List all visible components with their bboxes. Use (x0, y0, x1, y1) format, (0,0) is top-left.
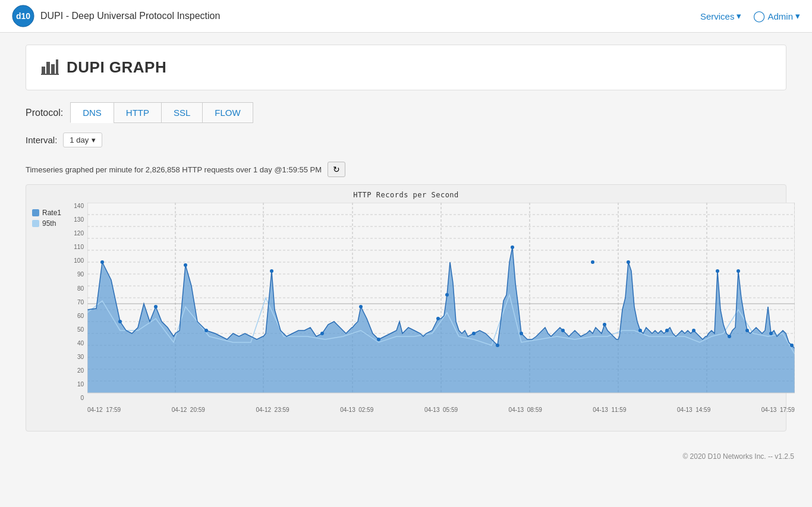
protocol-row: Protocol: DNS HTTP SSL FLOW (26, 102, 786, 123)
svg-point-39 (627, 260, 630, 264)
navbar-right: Services ▾ ◯ Admin ▾ (700, 10, 800, 23)
svg-point-58 (769, 332, 773, 335)
y-label-30: 30 (68, 354, 86, 360)
svg-rect-3 (46, 62, 50, 74)
y-label-140: 140 (68, 203, 86, 209)
svg-point-40 (716, 269, 719, 273)
svg-point-42 (118, 320, 122, 323)
x-label-3: 04-13 02:59 (340, 407, 373, 413)
services-menu[interactable]: Services ▾ (700, 11, 742, 21)
svg-rect-5 (56, 59, 58, 74)
y-label-90: 90 (68, 271, 86, 278)
brand-name: DUPI - Deep Universal Protocol Inspectio… (40, 11, 220, 21)
svg-point-54 (665, 329, 669, 332)
tab-http[interactable]: HTTP (114, 102, 161, 123)
chart-title: HTTP Records per Second (32, 191, 780, 199)
y-label-50: 50 (68, 326, 86, 333)
svg-point-33 (184, 263, 187, 267)
x-label-8: 04-13 17:59 (761, 407, 795, 413)
svg-point-48 (472, 332, 476, 335)
tab-flow[interactable]: FLOW (202, 102, 253, 123)
chart-legend: Rate1 95th (32, 203, 65, 413)
svg-rect-2 (42, 67, 45, 74)
graph-icon (40, 56, 59, 79)
x-label-2: 04-12 23:59 (256, 407, 289, 413)
x-label-7: 04-13 14:59 (677, 407, 710, 413)
brand: d10 DUPI - Deep Universal Protocol Inspe… (12, 5, 220, 27)
svg-point-49 (496, 344, 499, 347)
legend-color-95th (32, 220, 39, 227)
chart-xaxis: 04-12 17:59 04-12 20:59 04-12 23:59 04-1… (87, 407, 795, 413)
svg-point-46 (377, 338, 380, 341)
x-label-4: 04-13 05:59 (424, 407, 458, 413)
svg-point-34 (270, 269, 273, 273)
svg-point-45 (320, 332, 324, 335)
x-label-6: 04-13 11:59 (593, 407, 626, 413)
svg-point-44 (204, 329, 208, 332)
svg-point-50 (520, 332, 523, 335)
tab-ssl[interactable]: SSL (161, 102, 202, 123)
svg-point-59 (790, 344, 794, 347)
chart-yaxis: 0 10 20 30 40 50 60 70 80 90 100 110 120… (68, 203, 86, 401)
footer: © 2020 D10 Networks Inc. -- v1.2.5 (0, 443, 812, 470)
svg-point-43 (154, 305, 158, 308)
y-label-80: 80 (68, 285, 86, 292)
y-label-110: 110 (68, 244, 86, 250)
chart-svg-area (87, 203, 795, 405)
y-label-40: 40 (68, 340, 86, 347)
admin-label: Admin (767, 11, 793, 21)
legend-label-rate1: Rate1 (42, 209, 61, 217)
legend-label-95th: 95th (42, 219, 56, 228)
svg-point-36 (445, 293, 449, 297)
y-label-130: 130 (68, 216, 86, 223)
svg-point-56 (728, 335, 731, 338)
refresh-button[interactable]: ↻ (328, 162, 345, 177)
tab-dns[interactable]: DNS (70, 102, 114, 123)
x-label-1: 04-12 20:59 (172, 407, 205, 413)
y-label-20: 20 (68, 367, 86, 374)
interval-select[interactable]: 1 day ▾ (63, 133, 102, 147)
svg-point-35 (359, 305, 363, 308)
refresh-icon: ↻ (333, 165, 340, 174)
timeseries-text: Timeseries graphed per minute for 2,826,… (26, 165, 322, 174)
admin-user-icon: ◯ (753, 10, 765, 23)
svg-point-47 (436, 317, 440, 320)
y-label-100: 100 (68, 257, 86, 264)
y-label-60: 60 (68, 313, 86, 319)
svg-point-57 (745, 329, 749, 332)
page-header: DUPI GRAPH (26, 45, 786, 90)
legend-95th: 95th (32, 219, 65, 228)
svg-point-32 (100, 260, 104, 264)
chart-inner: Rate1 95th 0 10 20 30 40 50 60 7 (32, 203, 780, 413)
y-label-10: 10 (68, 381, 86, 388)
services-dropdown-icon: ▾ (737, 11, 741, 21)
svg-rect-4 (51, 64, 55, 74)
svg-point-38 (591, 260, 594, 264)
admin-menu[interactable]: ◯ Admin ▾ (753, 10, 800, 23)
services-label: Services (700, 11, 735, 21)
timeseries-description: Timeseries graphed per minute for 2,826,… (26, 162, 786, 177)
svg-point-37 (511, 245, 514, 249)
svg-point-53 (638, 329, 642, 332)
svg-point-51 (561, 329, 565, 332)
y-label-120: 120 (68, 230, 86, 237)
chart-wrap: 0 10 20 30 40 50 60 70 80 90 100 110 120… (68, 203, 795, 413)
svg-point-41 (737, 269, 740, 273)
chart-svg (87, 203, 795, 405)
protocol-tabs: DNS HTTP SSL FLOW (70, 102, 253, 123)
app-logo: d10 (12, 5, 34, 27)
svg-point-55 (692, 329, 695, 332)
navbar: d10 DUPI - Deep Universal Protocol Inspe… (0, 0, 812, 33)
x-label-0: 04-12 17:59 (87, 407, 121, 413)
legend-color-rate1 (32, 209, 39, 216)
svg-text:d10: d10 (16, 11, 30, 21)
y-label-0: 0 (68, 395, 86, 401)
chart-container: HTTP Records per Second Rate1 95th 0 10 (26, 184, 786, 432)
interval-label: Interval: (26, 135, 57, 145)
page-title: DUPI GRAPH (67, 58, 166, 77)
y-label-70: 70 (68, 299, 86, 306)
footer-text: © 2020 D10 Networks Inc. -- v1.2.5 (682, 452, 794, 461)
interval-value: 1 day (70, 136, 89, 144)
main-content: DUPI GRAPH Protocol: DNS HTTP SSL FLOW I… (8, 33, 804, 443)
admin-dropdown-icon: ▾ (795, 11, 800, 21)
